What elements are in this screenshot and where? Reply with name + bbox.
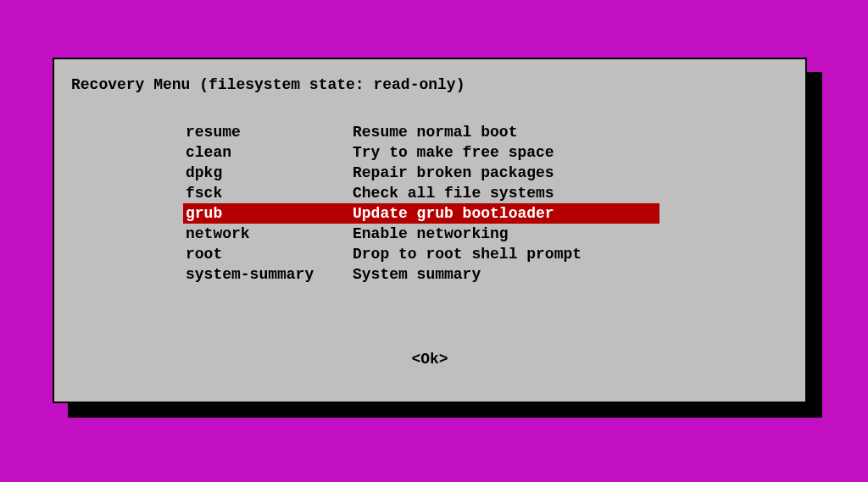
menu-item-system-summary[interactable]: system-summary System summary: [183, 264, 659, 285]
menu-item-dpkg[interactable]: dpkg Repair broken packages: [183, 163, 659, 183]
menu-item-resume[interactable]: resume Resume normal boot: [183, 122, 659, 142]
menu-item-grub[interactable]: grub Update grub bootloader: [183, 203, 659, 224]
menu-desc: Resume normal boot: [353, 124, 659, 141]
menu-key: root: [183, 246, 353, 263]
menu-item-root[interactable]: root Drop to root shell prompt: [183, 244, 659, 264]
menu-key: grub: [183, 205, 353, 222]
menu-key: fsck: [183, 185, 353, 202]
menu-item-clean[interactable]: clean Try to make free space: [183, 142, 659, 163]
menu-item-fsck[interactable]: fsck Check all file systems: [183, 183, 659, 203]
menu-key: network: [183, 225, 353, 242]
menu-key: dpkg: [183, 164, 353, 181]
menu-desc: Try to make free space: [353, 144, 659, 161]
menu-item-network[interactable]: network Enable networking: [183, 224, 659, 244]
dialog-title: Recovery Menu (filesystem state: read-on…: [71, 76, 465, 93]
ok-button[interactable]: <Ok>: [411, 351, 448, 368]
menu-desc: System summary: [353, 266, 659, 283]
menu-desc: Drop to root shell prompt: [353, 246, 659, 263]
menu-desc: Repair broken packages: [353, 164, 659, 181]
menu-desc: Enable networking: [353, 225, 659, 242]
recovery-menu-dialog: Recovery Menu (filesystem state: read-on…: [53, 58, 807, 403]
menu-key: resume: [183, 124, 353, 141]
menu-key: clean: [183, 144, 353, 161]
menu-list: resume Resume normal boot clean Try to m…: [183, 122, 659, 285]
menu-desc: Check all file systems: [353, 185, 659, 202]
menu-key: system-summary: [183, 266, 353, 283]
menu-desc: Update grub bootloader: [353, 205, 659, 222]
